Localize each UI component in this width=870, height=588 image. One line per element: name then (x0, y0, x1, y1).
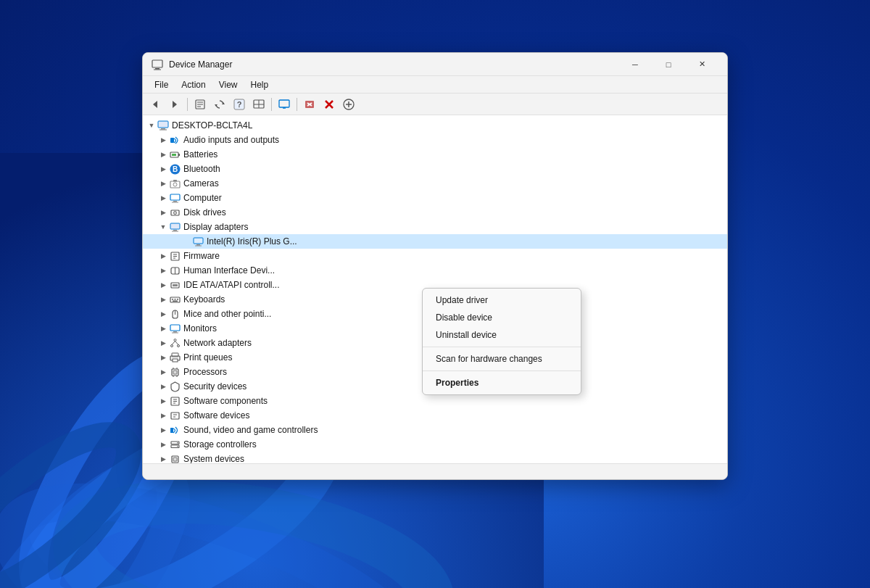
disk-icon (169, 207, 181, 218)
tree-item-software-comp[interactable]: ▶ Software components (143, 394, 727, 408)
processors-label: Processors (183, 367, 227, 377)
ctx-uninstall-device[interactable]: Uninstall device (423, 326, 581, 344)
tree-item-cameras[interactable]: ▶ Cameras (143, 176, 727, 191)
tree-item-firmware[interactable]: ▶ Firmware (143, 249, 727, 263)
network-icon (169, 337, 181, 349)
ctx-sep-2 (423, 370, 581, 371)
batteries-icon (169, 149, 181, 160)
firmware-icon (169, 250, 181, 262)
ide-expand: ▶ (157, 278, 169, 292)
tree-item-sound[interactable]: ▶ Sound, video and game controllers (143, 423, 727, 437)
svg-rect-84 (173, 370, 177, 374)
computer-label: Computer (183, 193, 222, 203)
svg-point-77 (177, 344, 179, 347)
network-label: Network adapters (183, 338, 252, 348)
ctx-properties[interactable]: Properties (423, 374, 581, 392)
sw-dev-label: Software devices (183, 410, 249, 421)
tree-item-disk[interactable]: ▶ Disk drives (143, 205, 727, 220)
firmware-label: Firmware (183, 251, 220, 261)
refresh-button[interactable] (210, 96, 229, 113)
mice-expand: ▶ (157, 307, 169, 321)
tree-item-intel[interactable]: Intel(R) Iris(R) Plus G... (143, 234, 727, 249)
system-label: System devices (183, 454, 244, 463)
svg-rect-70 (173, 300, 178, 302)
tree-item-software-dev[interactable]: ▶ Software devices (143, 408, 727, 423)
system-icon (169, 453, 181, 463)
maximize-button[interactable]: □ (652, 53, 685, 76)
svg-rect-47 (173, 201, 177, 202)
computer-expand: ▶ (157, 191, 169, 205)
mice-icon (169, 308, 181, 320)
security-icon (169, 381, 181, 392)
bluetooth-expand: ▶ (157, 162, 169, 176)
svg-text:?: ? (237, 100, 242, 109)
svg-line-79 (175, 341, 178, 344)
svg-rect-8 (155, 68, 160, 70)
forward-button[interactable] (165, 96, 184, 113)
menu-view[interactable]: View (213, 78, 244, 91)
device-manager-window: Device Manager ─ □ ✕ File Action View He… (142, 52, 728, 480)
tree-item-bluetooth[interactable]: ▶ B Bluetooth (143, 162, 727, 176)
toolbar-sep-1 (187, 98, 188, 111)
tree-root[interactable]: ▼ DESKTOP-BCLTA4L (143, 118, 727, 133)
remove-button[interactable] (320, 96, 339, 113)
ctx-update-driver[interactable]: Update driver (423, 291, 581, 309)
svg-rect-39 (178, 154, 180, 156)
back-button[interactable] (146, 96, 165, 113)
cameras-icon (169, 178, 181, 189)
window-title: Device Manager (169, 59, 618, 70)
add-button[interactable] (339, 96, 358, 113)
toolbar: ? (143, 94, 727, 115)
ctx-disable-device[interactable]: Disable device (423, 309, 581, 326)
processors-icon (169, 366, 181, 378)
view-button[interactable] (249, 96, 268, 113)
batteries-expand: ▶ (157, 147, 169, 162)
status-bar (143, 463, 727, 479)
keyboards-label: Keyboards (183, 294, 225, 305)
svg-rect-23 (279, 100, 289, 107)
svg-rect-102 (173, 457, 177, 461)
properties-toolbar-button[interactable] (191, 96, 210, 113)
sw-comp-expand: ▶ (157, 394, 169, 408)
sw-comp-label: Software components (183, 396, 268, 406)
svg-point-44 (173, 183, 177, 186)
bluetooth-icon: B (169, 163, 181, 175)
sound-label: Sound, video and game controllers (183, 425, 318, 435)
minimize-button[interactable]: ─ (618, 53, 652, 76)
svg-rect-45 (173, 180, 177, 182)
svg-rect-52 (170, 223, 180, 229)
tree-item-audio[interactable]: ▶ Audio inputs and outputs (143, 133, 727, 147)
tree-item-display[interactable]: ▼ Display adapters (143, 220, 727, 234)
svg-rect-7 (152, 60, 162, 67)
svg-rect-53 (173, 230, 177, 231)
svg-rect-35 (161, 128, 165, 130)
help-button[interactable]: ? (230, 96, 249, 113)
tree-item-computer[interactable]: ▶ Computer (143, 191, 727, 205)
ctx-scan-hardware[interactable]: Scan for hardware changes (423, 350, 581, 368)
svg-rect-34 (158, 121, 168, 128)
close-button[interactable]: ✕ (685, 53, 718, 76)
tree-item-hid[interactable]: ▶ Human Interface Devi... (143, 263, 727, 278)
print-expand: ▶ (157, 350, 169, 365)
security-expand: ▶ (157, 379, 169, 394)
svg-point-75 (174, 339, 176, 341)
menu-action[interactable]: Action (175, 78, 211, 91)
intel-label: Intel(R) Iris(R) Plus G... (207, 236, 297, 247)
tree-item-batteries[interactable]: ▶ Batteries (143, 147, 727, 162)
print-label: Print queues (183, 352, 232, 363)
monitor-button[interactable] (275, 96, 294, 113)
uninstall-button[interactable] (300, 96, 319, 113)
keyboards-expand: ▶ (157, 292, 169, 307)
tree-view-content[interactable]: ▼ DESKTOP-BCLTA4L ▶ (143, 115, 727, 463)
menu-help[interactable]: Help (245, 78, 275, 91)
disk-expand: ▶ (157, 205, 169, 220)
tree-item-storage[interactable]: ▶ Storage controllers (143, 437, 727, 452)
svg-rect-65 (173, 284, 178, 286)
tree-item-system[interactable]: ▶ System devices (143, 452, 727, 463)
svg-point-76 (170, 344, 173, 347)
menu-file[interactable]: File (149, 78, 174, 91)
svg-line-78 (172, 341, 175, 344)
disk-label: Disk drives (183, 207, 226, 218)
svg-rect-55 (194, 238, 203, 244)
display-label: Display adapters (183, 222, 248, 232)
